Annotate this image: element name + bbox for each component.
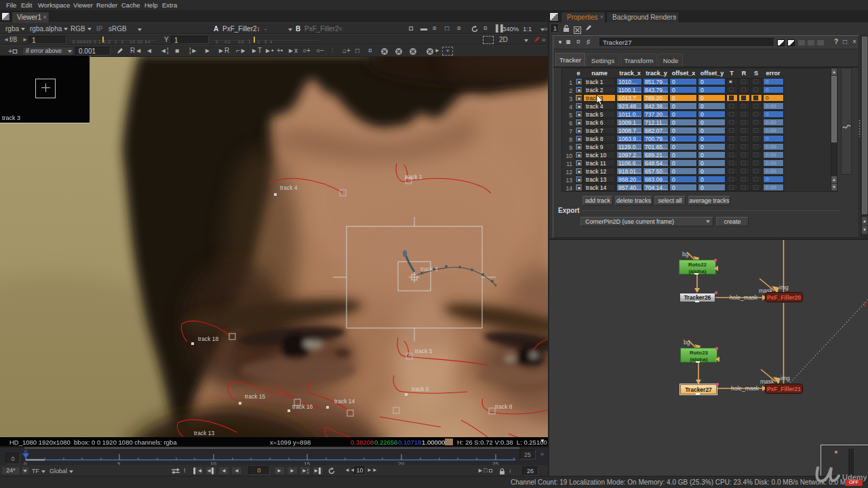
svg-text:track 3: track 3 [420, 266, 438, 272]
svg-text:track 1: track 1 [405, 174, 422, 180]
svg-text:track 8: track 8 [495, 403, 513, 410]
svg-text:track 14: track 14 [334, 398, 355, 405]
svg-text:track 16: track 16 [292, 403, 313, 410]
svg-text:0: 0 [24, 449, 27, 454]
svg-text:track 6: track 6 [412, 386, 429, 392]
svg-text:track 18: track 18 [198, 336, 219, 342]
svg-text:track 13: track 13 [194, 430, 215, 436]
svg-text:track 15: track 15 [245, 393, 266, 400]
svg-text:track 5: track 5 [415, 348, 433, 354]
svg-text:track 4: track 4 [280, 184, 298, 191]
